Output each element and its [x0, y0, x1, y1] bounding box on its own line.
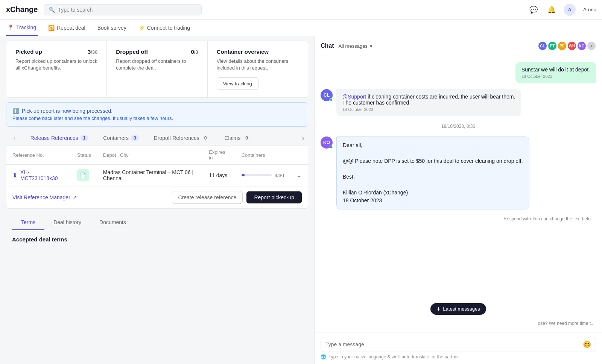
- chat-input[interactable]: [325, 341, 580, 347]
- message-bubble-right: Sunstar we will do it at depot. 18 Octob…: [515, 62, 596, 83]
- visit-reference-row: Visit Reference Manager ↗ Create release…: [6, 186, 308, 208]
- app-logo: xChange: [6, 5, 38, 14]
- emoji-icon[interactable]: 😊: [583, 340, 591, 349]
- picked-up-desc: Report picked up containers to unlock al…: [15, 58, 97, 71]
- subnav-book-survey[interactable]: Book survey: [96, 20, 128, 36]
- info-icon: ℹ️: [12, 108, 19, 114]
- accepted-deal-terms-title: Accepted deal terms: [6, 230, 308, 249]
- tab-claims[interactable]: Claims 0: [217, 131, 258, 145]
- download-icon: ⬇: [12, 172, 17, 179]
- online-indicator-ko: [330, 146, 333, 149]
- chat-filter[interactable]: All messages ▾: [339, 43, 372, 49]
- tab-next[interactable]: ›: [298, 132, 308, 144]
- release-refs-tabs: ‹ Release References 1 Containers 3 Drop…: [6, 131, 308, 146]
- main-layout: Picked up 3/30 Report picked up containe…: [0, 36, 602, 364]
- file-check-icon: 📄: [80, 172, 86, 178]
- top-navigation: xChange 🔍 💬 🔔 A Aronc: [0, 0, 602, 20]
- info-banner: ℹ️ Pick-up report is now being processed…: [6, 102, 308, 127]
- message-3: KO Dear all, @@ Please note DPP is set t…: [321, 136, 596, 209]
- participant-ko: KO: [577, 41, 586, 50]
- connect-icon: ⚡: [138, 25, 145, 31]
- release-refs-badge: 1: [81, 135, 88, 141]
- picked-up-section: Picked up 3/30 Report picked up containe…: [6, 41, 107, 97]
- chat-header-left: Chat All messages ▾: [321, 42, 372, 49]
- picked-up-title: Picked up: [15, 49, 42, 55]
- participant-cl: CL: [538, 41, 547, 50]
- expand-cell: ⌄: [290, 165, 308, 186]
- status-cell: 📄: [71, 165, 97, 186]
- username: Aronc: [583, 7, 596, 12]
- tab-prev[interactable]: ‹: [6, 131, 23, 145]
- container-overview-title: Container overview: [217, 49, 269, 55]
- expires-cell: 11 days: [203, 165, 235, 186]
- date-divider: 18/10/2023, 8:36: [321, 124, 596, 129]
- col-expires: Expires in: [203, 146, 235, 165]
- latest-messages-button[interactable]: ⬇ Latest messages: [430, 303, 486, 315]
- view-tracking-button[interactable]: View tracking: [217, 77, 258, 90]
- translate-icon: 🌐: [321, 354, 326, 359]
- search-bar[interactable]: 🔍: [44, 4, 202, 15]
- progress-text: 3/30: [275, 173, 284, 178]
- search-input[interactable]: [58, 7, 197, 13]
- col-ref-no: Reference No.: [6, 146, 71, 165]
- info-banner-title: ℹ️ Pick-up report is now being processed…: [12, 108, 302, 114]
- subnav-connect-trading[interactable]: ⚡ Connect to trading: [137, 20, 192, 36]
- message-2: CL @Support if cleaning container costs …: [321, 89, 596, 116]
- search-icon: 🔍: [49, 7, 55, 13]
- visit-reference-manager-link[interactable]: Visit Reference Manager ↗: [12, 194, 77, 200]
- external-link-icon: ↗: [73, 194, 77, 200]
- container-overview-desc: View details about the containers includ…: [217, 58, 299, 71]
- release-refs-section: ‹ Release References 1 Containers 3 Drop…: [6, 131, 308, 209]
- progress-fill: [242, 174, 245, 176]
- chat-title: Chat: [321, 42, 334, 49]
- notifications-icon[interactable]: 🔔: [546, 4, 558, 16]
- arrow-down-icon: ⬇: [436, 306, 441, 312]
- participant-more: +: [587, 41, 596, 50]
- message-bubble-cl: @Support if cleaning container costs are…: [336, 89, 521, 116]
- ref-no-cell: ⬇ XH-MCT231018x30: [6, 165, 71, 186]
- avatar[interactable]: A: [564, 4, 576, 16]
- tab-deal-history[interactable]: Deal history: [44, 215, 90, 230]
- depot-cell: Madras Container Terminal – MCT 06 | Che…: [97, 165, 203, 186]
- respond-hint: Respond with You can change the text bef…: [321, 215, 596, 221]
- dropped-off-count: 0/3: [191, 49, 198, 55]
- message-bubble-ko: Dear all, @@ Please note DPP is set to $…: [336, 136, 529, 209]
- release-refs-table: Reference No. Status Depot | City Expire…: [6, 146, 308, 186]
- stats-card: Picked up 3/30 Report picked up containe…: [6, 41, 308, 98]
- chat-action-hint: ose? We need more time t...: [321, 321, 596, 326]
- report-pickup-button[interactable]: Report picked-up: [246, 191, 302, 203]
- translate-hint: 🌐 Type in your native language & we'll a…: [321, 354, 596, 359]
- tab-containers[interactable]: Containers 3: [96, 131, 146, 145]
- col-depot: Depot | City: [97, 146, 203, 165]
- messages-icon[interactable]: 💬: [528, 4, 540, 16]
- repeat-icon: 🔁: [48, 25, 55, 31]
- subnav-tracking[interactable]: 📍 Tracking: [6, 20, 38, 36]
- tab-documents[interactable]: Documents: [90, 215, 135, 230]
- table-row: ⬇ XH-MCT231018x30 📄 Madras Container Ter…: [6, 165, 308, 186]
- bottom-tabs-header: Terms Deal history Documents: [12, 215, 302, 230]
- tab-release-references[interactable]: Release References 1: [23, 131, 96, 145]
- chat-messages: Sunstar we will do it at depot. 18 Octob…: [315, 56, 602, 332]
- chat-input-area: 😊 🌐 Type in your native language & we'll…: [315, 332, 602, 364]
- dropped-off-section: Dropped off 0/3 Report dropped off conta…: [107, 41, 207, 97]
- chat-header: Chat All messages ▾ CL PT PE WH KO +: [315, 36, 602, 56]
- tab-dropoff-references[interactable]: Dropoff References 0: [146, 131, 217, 145]
- containers-cell: 3/30: [236, 165, 290, 186]
- left-panel: Picked up 3/30 Report picked up containe…: [0, 36, 314, 364]
- topnav-icons: 💬 🔔 A Aronc: [528, 4, 596, 16]
- ref-link[interactable]: XH-MCT231018x30: [20, 169, 65, 181]
- chevron-down-icon: ▾: [370, 43, 372, 49]
- visit-ref-actions: Create release reference Report picked-u…: [172, 191, 302, 204]
- chat-panel: Chat All messages ▾ CL PT PE WH KO + Sun…: [314, 36, 602, 364]
- participant-pe: PE: [558, 41, 567, 50]
- create-release-reference-button[interactable]: Create release reference: [172, 191, 243, 204]
- bottom-tabs-section: Terms Deal history Documents Accepted de…: [6, 215, 308, 249]
- online-indicator: [330, 98, 333, 101]
- container-overview-section: Container overview View details about th…: [208, 41, 308, 97]
- status-icon: 📄: [77, 169, 89, 181]
- expand-icon[interactable]: ⌄: [296, 171, 302, 179]
- dropped-off-desc: Report dropped off containers to complet…: [116, 58, 198, 71]
- avatar-ko: KO: [321, 136, 333, 149]
- tab-terms[interactable]: Terms: [12, 215, 44, 230]
- subnav-repeat-deal[interactable]: 🔁 Repeat deal: [47, 20, 87, 36]
